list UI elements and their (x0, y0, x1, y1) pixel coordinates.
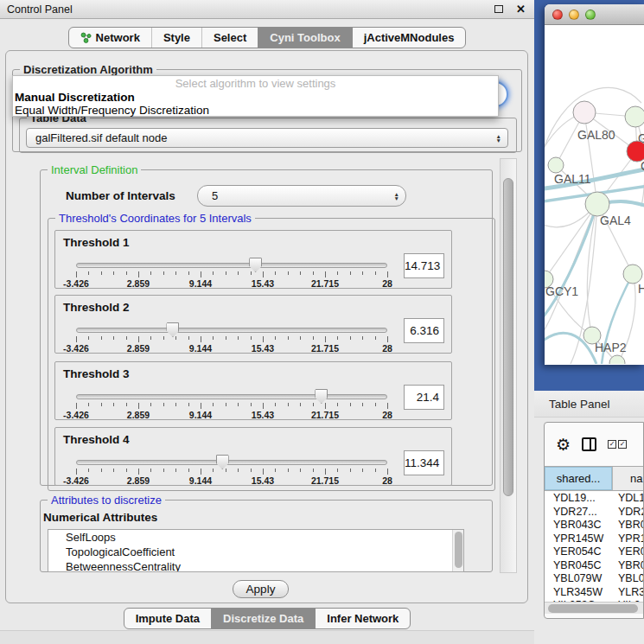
attribute-item-betweennesscentrality[interactable]: BetweennessCentrality (48, 559, 463, 572)
close-traffic-light-icon[interactable] (552, 10, 563, 20)
table-hscrollbar-thumb[interactable] (548, 604, 638, 613)
attributes-scrollbar[interactable] (452, 530, 463, 571)
tab-infer-network[interactable]: Infer Network (315, 609, 410, 628)
network-node-gal4[interactable] (585, 192, 609, 216)
control-panel-titlebar: Control Panel ✕ (0, 0, 534, 19)
network-node-h-partial[interactable] (623, 265, 642, 284)
attributes-scrollbar-thumb[interactable] (455, 532, 462, 568)
node-label-hap2: HAP2 (595, 341, 627, 354)
algorithm-popup-options: Manual DiscretizationEqual Width/Frequen… (13, 91, 498, 117)
checkbox-icon[interactable]: ✓ (608, 440, 616, 449)
table-data-combobox[interactable]: galFiltered.sif default node ▲▼ (26, 128, 508, 148)
table-row[interactable]: YLR345WYLR3 (545, 586, 644, 600)
float-window-icon[interactable] (494, 5, 503, 13)
node-label-red-node: C (641, 159, 644, 173)
cell-name: YBR0 (612, 519, 644, 532)
slider-ticks (76, 271, 387, 278)
table-row[interactable]: YDL19...YDL1 (545, 492, 644, 506)
close-icon[interactable]: ✕ (516, 5, 526, 14)
control-panel-title: Control Panel (7, 3, 73, 16)
slider-ticks (76, 469, 387, 475)
bottom-tabgroup: Impute DataDiscretize DataInfer Network (124, 608, 411, 629)
network-edge (584, 112, 597, 204)
table-header-row: shared... na (545, 466, 644, 491)
algorithm-option-manual-discretization[interactable]: Manual Discretization (13, 91, 498, 104)
threshold-value-field[interactable]: 21.4 (404, 385, 444, 410)
threshold-slider-thumb[interactable] (166, 322, 179, 337)
table-panel: Table Panel ⚙ ✓ ✓ shared... na YDL19...Y… (534, 391, 644, 644)
checkbox-icon[interactable]: ✓ (618, 440, 627, 449)
tab-network[interactable]: Network (69, 28, 151, 48)
cell-name: YBR0 (612, 559, 644, 573)
table-row[interactable]: YBR043CYBR0 (545, 519, 644, 532)
threshold-panel-2: Threshold 2-3.4262.8599.14415.4321.71528… (54, 295, 452, 354)
algorithm-option-equal-width-frequency-discretization[interactable]: Equal Width/Frequency Discretization (13, 104, 498, 117)
threshold-slider[interactable] (76, 328, 387, 333)
table-row[interactable]: YBR045CYBR0 (545, 559, 644, 573)
cell-shared-name: YER054C (545, 545, 612, 559)
minimize-traffic-light-icon[interactable] (569, 10, 579, 20)
number-of-intervals-label: Number of Intervals (66, 189, 175, 202)
threshold-label: Threshold 4 (63, 433, 130, 446)
settings-scrollbar[interactable] (500, 158, 517, 573)
threshold-value-field[interactable]: 11.344 (404, 450, 444, 475)
number-of-intervals-combobox[interactable]: 5 ▲▼ (197, 185, 406, 207)
algorithm-group-title: Discretization Algorithm (20, 63, 156, 76)
attributes-group-title: Attributes to discretize (48, 494, 165, 507)
tab-impute-data[interactable]: Impute Data (124, 609, 211, 628)
table-row[interactable]: YER054CYER0 (545, 545, 644, 559)
tab-select[interactable]: Select (201, 28, 258, 48)
node-label-h-partial: H (638, 282, 644, 296)
threshold-value-field[interactable]: 6.316 (404, 318, 444, 343)
settings-scrollbar-thumb[interactable] (503, 178, 513, 496)
column-header-name[interactable]: na (612, 467, 644, 490)
threshold-slider[interactable] (76, 394, 387, 399)
network-icon (80, 32, 92, 43)
network-node-g-partial[interactable] (625, 106, 644, 127)
zoom-traffic-light-icon[interactable] (585, 10, 596, 20)
tab-label: Select (214, 31, 246, 44)
columns-icon[interactable] (582, 437, 596, 451)
column-header-shared[interactable]: shared... (545, 467, 612, 490)
node-label-gal80: GAL80 (577, 128, 615, 142)
stepper-arrows-icon: ▲▼ (394, 191, 399, 201)
table-hscrollbar[interactable] (545, 602, 643, 614)
threshold-slider[interactable] (76, 263, 387, 268)
number-of-intervals-value: 5 (212, 189, 218, 202)
slider-tick-labels: -3.4262.8599.14415.4321.71528 (76, 278, 387, 288)
gear-icon[interactable]: ⚙ (556, 437, 571, 453)
table-row[interactable]: YPR145WYPR1 (545, 532, 644, 546)
threshold-value-field[interactable]: 14.713 (404, 253, 444, 278)
table-row[interactable]: YDR27...YDR2 (545, 506, 644, 520)
threshold-slider-thumb[interactable] (249, 258, 262, 272)
tab-style[interactable]: Style (151, 28, 201, 48)
tab-jactivemnodules[interactable]: jActiveMNodules (352, 28, 466, 48)
stepper-arrows-icon: ▲▼ (496, 133, 501, 143)
cell-name: YER0 (612, 545, 644, 559)
threshold-label: Threshold 2 (63, 301, 130, 314)
table-data-combobox-value: galFiltered.sif default node (35, 131, 167, 144)
control-panel: Control Panel ✕ NetworkStyleSelectCyni T… (0, 0, 534, 644)
cell-shared-name: YBR045C (545, 559, 612, 573)
apply-button[interactable]: Apply (233, 580, 289, 598)
network-canvas[interactable]: GAL80GACGAL11GAL4GCY1HHAP2 (545, 25, 644, 364)
attribute-item-topologicalcoefficient[interactable]: TopologicalCoefficient (48, 545, 463, 559)
numerical-attributes-list[interactable]: SelfLoopsTopologicalCoefficientBetweenne… (48, 529, 464, 572)
threshold-slider-thumb[interactable] (216, 455, 229, 469)
cell-name: YBL0 (612, 572, 644, 586)
table-row[interactable]: YBL079WYBL0 (545, 572, 644, 586)
network-node-gal11[interactable] (548, 157, 564, 173)
network-node-gal80[interactable] (573, 101, 596, 124)
attribute-item-selfloops[interactable]: SelfLoops (48, 530, 463, 545)
threshold-slider-thumb[interactable] (315, 389, 328, 404)
table-panel-titlebar: Table Panel (534, 391, 644, 418)
tab-discretize-data[interactable]: Discretize Data (211, 609, 315, 628)
node-label-gal4: GAL4 (600, 214, 631, 227)
cell-name: YPR1 (612, 532, 644, 546)
threshold-slider[interactable] (76, 460, 387, 465)
threshold-panel-3: Threshold 3-3.4262.8599.14415.4321.71528… (54, 361, 452, 420)
threshold-panel-1: Threshold 1-3.4262.8599.14415.4321.71528… (54, 230, 452, 289)
tab-cyni-toolbox[interactable]: Cyni Toolbox (258, 28, 351, 48)
checkbox-icons: ✓ ✓ (608, 440, 627, 449)
node-table: ⚙ ✓ ✓ shared... na YDL19...YDL1YDR27...Y… (544, 422, 644, 619)
